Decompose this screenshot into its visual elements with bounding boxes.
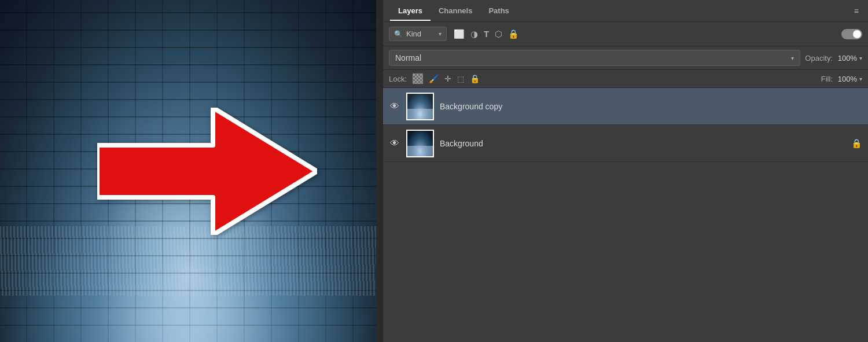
lock-position-icon[interactable]: ✛ <box>444 74 451 83</box>
layer-item-background-copy[interactable]: 👁 Background copy <box>383 88 868 125</box>
smart-object-icon[interactable]: 🔒 <box>508 29 519 39</box>
layers-panel: Layers Channels Paths ≡ 🔍 Kind ▾ ⬜ ◑ T ⬡… <box>383 0 868 342</box>
kind-label: Kind <box>406 30 435 38</box>
layer-name-background-copy: Background copy <box>440 102 862 111</box>
filter-toggle[interactable] <box>841 29 862 39</box>
tab-channels[interactable]: Channels <box>431 2 481 21</box>
layer-thumbnail-background <box>406 130 434 157</box>
blend-mode-value: Normal <box>395 53 786 62</box>
lock-pixels-icon[interactable]: 🖌️ <box>429 74 439 83</box>
filter-row: 🔍 Kind ▾ ⬜ ◑ T ⬡ 🔒 <box>383 22 868 46</box>
arrow-annotation <box>97 108 317 235</box>
layers-list: 👁 Background copy 👁 Background 🔒 <box>383 88 868 342</box>
panel-divider <box>376 0 383 342</box>
panel-tab-bar: Layers Channels Paths ≡ <box>383 0 868 22</box>
type-layer-icon[interactable]: T <box>484 29 489 39</box>
fill-label: Fill: <box>821 75 833 83</box>
blend-opacity-row: Normal ▾ Opacity: 100% ▾ <box>383 46 868 70</box>
layer-item-background[interactable]: 👁 Background 🔒 <box>383 125 868 162</box>
svg-marker-0 <box>97 108 317 235</box>
tab-paths[interactable]: Paths <box>480 2 517 21</box>
lock-row: Lock: 🖌️ ✛ ⬚ 🔒 Fill: 100% ▾ <box>383 70 868 88</box>
filter-icons-group: ⬜ ◑ T ⬡ 🔒 <box>454 29 519 39</box>
search-icon: 🔍 <box>394 30 403 38</box>
adjustment-layer-icon[interactable]: ◑ <box>470 29 478 39</box>
visibility-icon-background[interactable]: 👁 <box>389 138 400 149</box>
opacity-label: Opacity: <box>805 54 833 62</box>
lock-label: Lock: <box>389 75 407 83</box>
panel-menu-icon[interactable]: ≡ <box>852 4 861 18</box>
opacity-section: Opacity: 100% ▾ <box>805 54 862 62</box>
background-lock-icon: 🔒 <box>851 138 862 149</box>
blend-chevron-icon: ▾ <box>791 55 794 61</box>
opacity-value[interactable]: 100% <box>835 54 857 62</box>
layer-thumbnail-background-copy <box>406 93 434 120</box>
fill-section: Fill: 100% ▾ <box>821 75 862 83</box>
fill-chevron-icon[interactable]: ▾ <box>859 76 862 82</box>
shape-layer-icon[interactable]: ⬡ <box>495 29 502 39</box>
lock-artboard-icon[interactable]: ⬚ <box>457 75 464 83</box>
visibility-icon-background-copy[interactable]: 👁 <box>389 101 400 112</box>
canvas-image-area <box>0 0 376 342</box>
lock-transparent-icon[interactable] <box>413 73 423 84</box>
pixel-layer-icon[interactable]: ⬜ <box>454 29 465 39</box>
lock-icons-group: 🖌️ ✛ ⬚ 🔒 <box>413 73 480 84</box>
opacity-chevron-icon[interactable]: ▾ <box>859 55 862 61</box>
tab-layers[interactable]: Layers <box>390 2 431 21</box>
kind-chevron-icon: ▾ <box>439 31 442 37</box>
lock-all-icon[interactable]: 🔒 <box>470 74 480 83</box>
layer-name-background: Background <box>440 139 845 148</box>
blend-mode-dropdown[interactable]: Normal ▾ <box>389 50 800 66</box>
kind-dropdown[interactable]: 🔍 Kind ▾ <box>389 27 447 41</box>
fill-value[interactable]: 100% <box>835 75 857 83</box>
